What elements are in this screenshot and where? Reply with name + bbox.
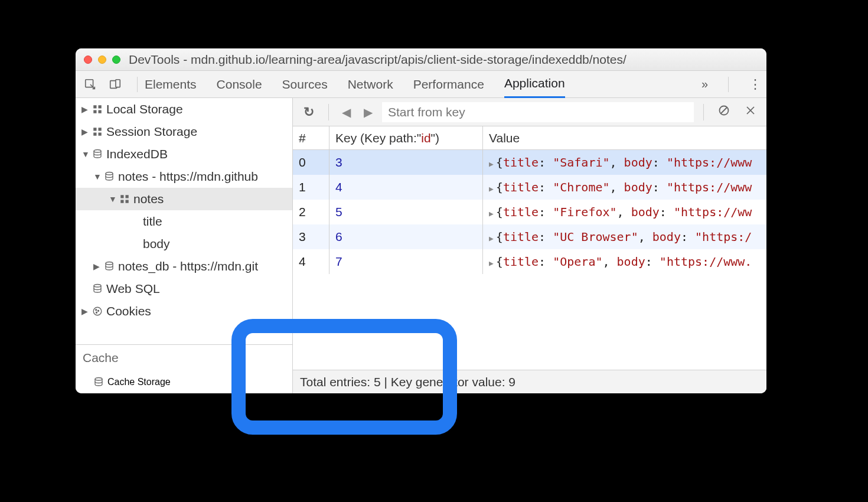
next-page-icon[interactable]: ▶ [360, 105, 376, 119]
disclosure-triangle-icon[interactable] [81, 127, 90, 136]
db-icon [92, 283, 103, 294]
titlebar: DevTools - mdn.github.io/learning-area/j… [76, 48, 766, 71]
grid-icon [92, 126, 103, 137]
svg-rect-10 [99, 133, 102, 136]
sidebar-item-cookies[interactable]: Cookies [76, 300, 292, 322]
table-row[interactable]: 47▶{title: "Opera", body: "https://www. [293, 249, 766, 274]
cell-key: 6 [329, 224, 483, 249]
tabs-list: ElementsConsoleSourcesNetworkPerformance… [145, 71, 565, 98]
data-toolbar: ↻ ◀ ▶ [293, 98, 766, 126]
cookie-icon [92, 306, 103, 317]
grid-icon [92, 104, 103, 115]
svg-point-11 [94, 150, 101, 153]
svg-rect-15 [120, 200, 123, 203]
sidebar-item-title[interactable]: title [76, 210, 292, 233]
svg-rect-16 [126, 200, 129, 203]
close-window-button[interactable] [84, 56, 92, 64]
sidebar-item-body[interactable]: body [76, 233, 292, 255]
cell-key: 5 [329, 200, 483, 224]
more-tabs-button[interactable]: » [701, 77, 708, 91]
disclosure-triangle-icon[interactable] [81, 307, 90, 316]
clear-object-store-icon[interactable] [713, 105, 735, 119]
disclosure-triangle-icon[interactable] [81, 105, 90, 114]
divider [728, 77, 729, 92]
refresh-icon[interactable]: ↻ [299, 105, 319, 120]
cell-index: 2 [293, 200, 329, 224]
tabs-tools [81, 78, 130, 91]
svg-rect-13 [120, 195, 123, 198]
tab-performance[interactable]: Performance [413, 71, 484, 98]
cell-key: 7 [329, 249, 483, 274]
cell-index: 0 [293, 150, 329, 175]
db-icon [104, 171, 115, 182]
sidebar-item-label: notes_db - https://mdn.git [118, 259, 258, 273]
cache-tree: Cache Storage [76, 371, 292, 393]
cell-value: ▶{title: "Firefox", body: "https://ww [483, 200, 766, 224]
sidebar-item-session-storage[interactable]: Session Storage [76, 120, 292, 143]
sidebar-item-notes-https-mdn-github[interactable]: notes - https://mdn.github [76, 165, 292, 188]
disclosure-triangle-icon[interactable] [93, 172, 102, 181]
header-index[interactable]: # [293, 126, 329, 149]
header-value[interactable]: Value [483, 126, 766, 149]
sidebar-item-web-sql[interactable]: Web SQL [76, 278, 292, 300]
svg-rect-9 [93, 133, 96, 136]
device-toolbar-icon[interactable] [109, 78, 122, 91]
disclosure-triangle-icon[interactable] [109, 194, 117, 204]
svg-point-17 [106, 262, 113, 265]
sidebar-item-indexeddb[interactable]: IndexedDB [76, 143, 292, 165]
sidebar-item-label: body [143, 237, 170, 251]
sidebar-item-label: Cache Storage [107, 377, 171, 387]
delete-selected-icon[interactable] [740, 105, 761, 119]
header-key-path: id [421, 131, 430, 145]
main-panel: ↻ ◀ ▶ # Key (Key path: "id") [293, 98, 766, 393]
cell-value: ▶{title: "Chrome", body: "https://www [483, 175, 766, 200]
key-search-input[interactable] [382, 102, 694, 122]
tab-console[interactable]: Console [217, 71, 262, 98]
svg-point-22 [96, 312, 97, 313]
sidebar-item-local-storage[interactable]: Local Storage [76, 98, 292, 120]
sidebar-item-label: title [143, 214, 162, 229]
cell-value: ▶{title: "Safari", body: "https://www [483, 150, 766, 175]
svg-rect-6 [99, 110, 102, 113]
settings-menu-icon[interactable]: ⋮ [749, 77, 761, 92]
svg-point-12 [106, 172, 113, 175]
tabs-right: » ⋮ [701, 77, 761, 92]
svg-rect-2 [116, 79, 120, 87]
svg-rect-7 [93, 128, 96, 131]
minimize-window-button[interactable] [98, 56, 106, 64]
table-row[interactable]: 25▶{title: "Firefox", body: "https://ww [293, 200, 766, 224]
cell-index: 4 [293, 249, 329, 274]
inspect-element-icon[interactable] [84, 78, 97, 91]
prev-page-icon[interactable]: ◀ [338, 105, 354, 119]
sidebar-item-notes-db-https-mdn-git[interactable]: notes_db - https://mdn.git [76, 255, 292, 278]
maximize-window-button[interactable] [112, 56, 120, 64]
sidebar-item-label: Session Storage [106, 125, 197, 139]
table-row[interactable]: 36▶{title: "UC Browser", body: "https:/ [293, 224, 766, 249]
storage-tree: Local StorageSession StorageIndexedDBnot… [76, 98, 292, 322]
tab-network[interactable]: Network [348, 71, 393, 98]
disclosure-triangle-icon[interactable] [93, 262, 102, 271]
svg-line-25 [721, 107, 727, 113]
sidebar-item-label: Local Storage [106, 102, 183, 116]
tab-application[interactable]: Application [504, 71, 565, 98]
sidebar-item-label: notes [133, 192, 164, 206]
content: Local StorageSession StorageIndexedDBnot… [76, 98, 766, 393]
svg-point-20 [96, 309, 97, 311]
sidebar-item-notes[interactable]: notes [76, 188, 292, 210]
header-key[interactable]: Key (Key path: "id") [329, 126, 483, 149]
cell-index: 3 [293, 224, 329, 249]
tab-elements[interactable]: Elements [145, 71, 197, 98]
tab-sources[interactable]: Sources [282, 71, 328, 98]
header-key-prefix: Key (Key path: [335, 131, 417, 145]
footer-text: Total entries: 5 | Key generator value: … [300, 375, 515, 389]
status-footer: Total entries: 5 | Key generator value: … [293, 370, 766, 393]
divider [137, 77, 138, 92]
disclosure-triangle-icon[interactable] [81, 149, 90, 159]
svg-rect-14 [126, 195, 129, 198]
cell-index: 1 [293, 175, 329, 200]
grid-icon [119, 194, 130, 204]
table-row[interactable]: 14▶{title: "Chrome", body: "https://www [293, 175, 766, 200]
devtools-tabs: ElementsConsoleSourcesNetworkPerformance… [76, 71, 766, 98]
table-row[interactable]: 03▶{title: "Safari", body: "https://www [293, 150, 766, 175]
sidebar-item-cache-storage[interactable]: Cache Storage [76, 371, 292, 393]
